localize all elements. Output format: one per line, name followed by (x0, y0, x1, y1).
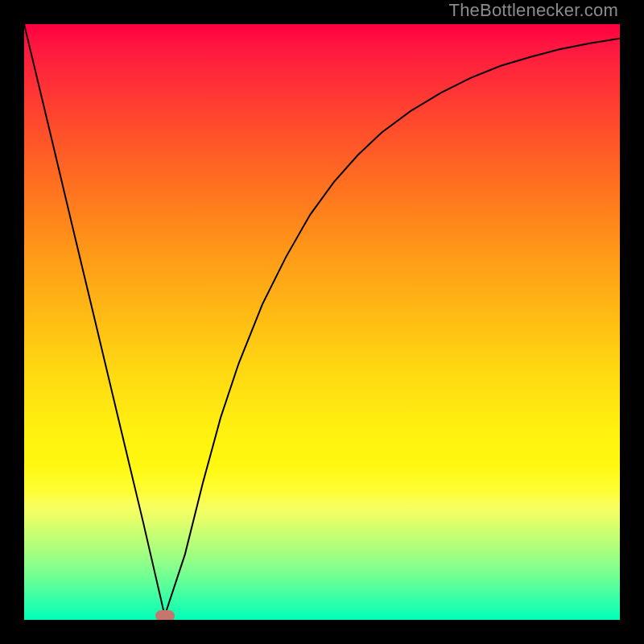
optimum-marker (155, 610, 175, 620)
chart-frame: TheBottlenecker.com (0, 0, 644, 644)
bottleneck-curve (24, 24, 620, 616)
plot-area (24, 24, 620, 620)
watermark-text: TheBottlenecker.com (449, 0, 618, 21)
curve-layer (24, 24, 620, 620)
